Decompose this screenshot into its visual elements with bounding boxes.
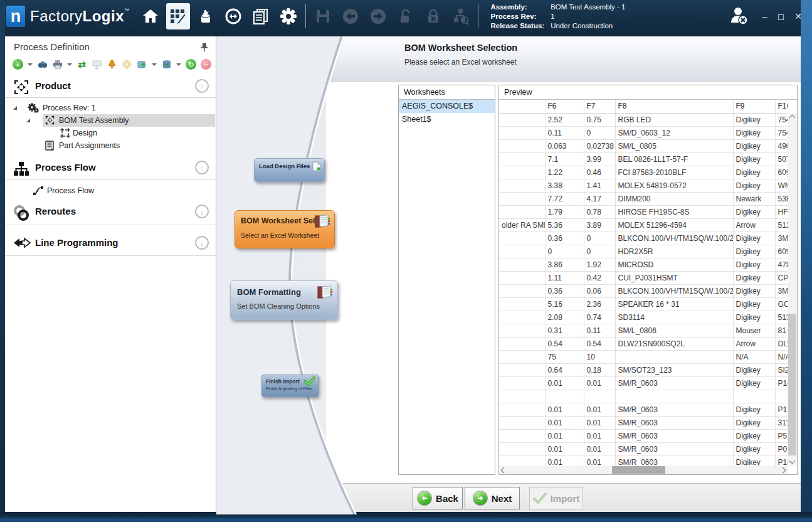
recycle-icon[interactable] bbox=[161, 59, 172, 70]
table-row[interactable]: 0.110SM/D_0603_12Digikey754 bbox=[499, 126, 788, 139]
section-process-flow[interactable]: Process Flow ↑ bbox=[5, 159, 216, 178]
table-row[interactable]: 00HDR2X5RDigikey609 bbox=[499, 245, 788, 258]
horizontal-scrollbar[interactable] bbox=[499, 466, 788, 474]
step-finish-import[interactable]: Finish Import Finish Importing of Files bbox=[261, 375, 319, 397]
table-row[interactable]: 2.520.75RGB LEDDigikey754 bbox=[499, 113, 788, 126]
remove-icon[interactable]: − bbox=[201, 59, 211, 70]
column-header[interactable] bbox=[499, 100, 545, 113]
table-row[interactable]: 1.790.78HIROSE FH19SC-8SDigikeyHF bbox=[499, 205, 788, 218]
section-product[interactable]: Product ↑ bbox=[5, 78, 216, 97]
user-signout-icon[interactable] bbox=[727, 3, 751, 29]
column-header[interactable]: F10 bbox=[775, 100, 788, 113]
table-row[interactable]: 0.010.01SM/R_0603DigikeyP15 bbox=[499, 403, 788, 416]
maximize-button[interactable]: ◻ bbox=[778, 11, 785, 21]
scroll-right-icon[interactable] bbox=[780, 467, 786, 473]
table-row[interactable]: 3.861.92MICROSDDigikey478 bbox=[499, 258, 788, 271]
import-button[interactable]: Import bbox=[529, 487, 583, 509]
settings-gear-icon[interactable] bbox=[277, 3, 300, 29]
table-row[interactable]: 0.010.01SM/R_0603DigikeyP0. bbox=[499, 442, 788, 455]
worksheet-item-aegis-console[interactable]: AEGIS_CONSOLE$ bbox=[399, 100, 495, 113]
column-header[interactable]: F8 bbox=[615, 100, 733, 113]
expander-icon[interactable] bbox=[13, 106, 17, 110]
section-line-programming[interactable]: Line Programming ↓ bbox=[5, 235, 216, 253]
table-row[interactable]: 0.010.01SM/R_0603DigikeyP10 bbox=[499, 376, 788, 390]
presentation-icon[interactable] bbox=[92, 59, 102, 70]
table-row[interactable]: 0.360BLKCON.100/VH/TM1SQ/W.100/2Digikey3… bbox=[499, 232, 788, 245]
table-row[interactable]: 1.110.42CUI_PJ031HSMTDigikeyCP bbox=[499, 271, 788, 284]
collapse-down-arrow-icon[interactable]: ↓ bbox=[195, 236, 209, 250]
release-search-icon[interactable] bbox=[449, 3, 473, 29]
table-row[interactable]: 1.220.46FCI 87583-2010BLFDigikey609 bbox=[499, 166, 788, 179]
back-icon[interactable] bbox=[339, 3, 362, 29]
export-icon[interactable] bbox=[137, 59, 147, 70]
section-reroutes[interactable]: Reroutes ↓ bbox=[5, 203, 216, 222]
scroll-left-icon[interactable] bbox=[501, 467, 507, 473]
expander-icon[interactable] bbox=[26, 119, 30, 122]
tree-item-process-flow[interactable]: Process Flow bbox=[5, 184, 216, 198]
add-icon[interactable]: + bbox=[13, 59, 23, 70]
pin-icon[interactable] bbox=[201, 43, 208, 54]
column-header[interactable]: F9 bbox=[733, 100, 775, 113]
table-row[interactable]: 0.010.01SM/R_0603DigikeyP10 bbox=[499, 455, 788, 466]
table-row[interactable]: 7510N/AN/A bbox=[499, 350, 788, 363]
print-icon[interactable] bbox=[52, 59, 63, 70]
back-button[interactable]: Back bbox=[413, 487, 463, 509]
unlock-icon[interactable] bbox=[394, 3, 418, 29]
table-row[interactable]: 2.080.74SD3114Digikey513 bbox=[499, 311, 788, 324]
print-dropdown-caret[interactable] bbox=[67, 63, 72, 66]
horizontal-scroll-thumb[interactable] bbox=[612, 466, 665, 474]
table-cell: 478 bbox=[775, 258, 788, 271]
table-row[interactable]: 0.010.01SM/R_0603DigikeyP51 bbox=[499, 429, 788, 442]
table-row[interactable]: 0.0630.02738SM/L_0805Digikey490 bbox=[499, 139, 788, 152]
step-bom-formatting[interactable]: BOM Formatting Set BOM Cleaning Options bbox=[230, 280, 338, 320]
table-cell: 609 bbox=[775, 166, 788, 179]
process-definition-icon[interactable] bbox=[166, 3, 190, 29]
bell-icon[interactable] bbox=[107, 59, 117, 70]
export-dropdown-caret[interactable] bbox=[152, 63, 157, 66]
save-icon[interactable] bbox=[311, 3, 335, 29]
table-row[interactable]: 7.13.99BEL 0826-1L1T-57-FDigikey507 bbox=[499, 152, 788, 166]
table-row[interactable]: 0.010.01SM/R_0603Digikey311 bbox=[499, 416, 788, 429]
table-cell: N/A bbox=[775, 350, 788, 363]
collapse-up-arrow-icon[interactable]: ↑ bbox=[195, 79, 209, 93]
scroll-down-icon[interactable] bbox=[789, 458, 796, 464]
step-bom-worksheet-selection[interactable]: BOM Worksheet Sel... Select an Excel Wor… bbox=[235, 210, 335, 248]
collapse-down-arrow-icon[interactable]: ↓ bbox=[195, 205, 209, 218]
sync-icon[interactable] bbox=[221, 3, 245, 29]
add-dropdown-caret[interactable] bbox=[28, 63, 33, 66]
vertical-scroll-thumb[interactable] bbox=[788, 314, 796, 455]
table-row[interactable]: 0.360.06BLKCON.100/VH/TM1SQ/W.100/2Digik… bbox=[499, 284, 788, 297]
gear-icon[interactable] bbox=[122, 59, 132, 70]
home-icon[interactable] bbox=[139, 3, 162, 29]
refresh-parts-icon[interactable]: ⇄ bbox=[76, 59, 87, 70]
column-header[interactable]: F7 bbox=[584, 100, 615, 113]
lock-discard-icon[interactable] bbox=[421, 3, 445, 29]
scroll-up-icon[interactable] bbox=[789, 115, 796, 121]
find-icon[interactable] bbox=[37, 59, 48, 70]
minimize-button[interactable]: – bbox=[762, 11, 767, 21]
tree-item-design[interactable]: Design bbox=[5, 127, 216, 140]
worksheets-header: Worksheets bbox=[399, 85, 495, 100]
next-button[interactable]: Next bbox=[465, 487, 520, 509]
column-header[interactable]: F6 bbox=[545, 100, 584, 113]
table-row[interactable]: 0.540.54DLW21SN900SQ2LArrowDLW bbox=[499, 337, 788, 350]
table-row[interactable]: older RA SMD5.363.89MOLEX 51296-4594Arro… bbox=[499, 218, 788, 232]
tree-item-part-assignments[interactable]: Part Assignments bbox=[5, 139, 216, 152]
table-row[interactable]: 0.310.11SM/L_0806Mouser81- bbox=[499, 324, 788, 337]
import-data-icon[interactable] bbox=[194, 3, 218, 29]
step-load-design-files[interactable]: Load Design Files bbox=[254, 158, 325, 182]
tree-item-process-rev[interactable]: Process Rev: 1 bbox=[5, 102, 216, 115]
table-row[interactable]: 0.640.18SM/SOT23_123DigikeySI2 bbox=[499, 363, 788, 376]
forward-icon[interactable] bbox=[366, 3, 390, 29]
recycle-dropdown-caret[interactable] bbox=[176, 63, 181, 66]
table-row[interactable]: 7.724.17DIMM200Newark53B bbox=[499, 192, 788, 205]
table-row[interactable]: 5.162.36SPEAKER 16 * 31DigikeyGC bbox=[499, 297, 788, 311]
collapse-up-arrow-icon[interactable]: ↑ bbox=[195, 161, 209, 174]
table-row[interactable] bbox=[499, 390, 788, 403]
sync-green-icon[interactable]: ↻ bbox=[186, 59, 196, 70]
tree-item-bom-test-assembly[interactable]: BOM Test Assembly bbox=[5, 114, 216, 127]
vertical-scrollbar[interactable] bbox=[788, 113, 797, 466]
documents-icon[interactable] bbox=[249, 3, 273, 29]
worksheet-item-sheet1[interactable]: Sheet1$ bbox=[399, 113, 495, 126]
table-row[interactable]: 3.381.41MOLEX 54819-0572DigikeyWM bbox=[499, 179, 788, 192]
